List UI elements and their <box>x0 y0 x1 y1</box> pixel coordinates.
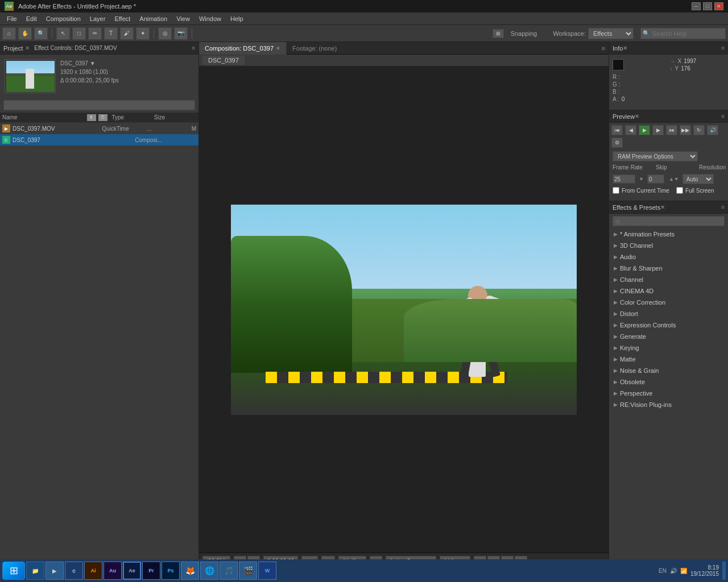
effect-item-generate[interactable]: ▶Generate <box>609 331 728 342</box>
project-search-area <box>0 98 198 113</box>
effect-item-keying[interactable]: ▶Keying <box>609 342 728 354</box>
menubar: File Edit Composition Layer Effect Anima… <box>0 13 728 25</box>
effects-panel-header: Effects & Presets ✕ ≡ <box>609 201 728 214</box>
minimize-btn[interactable]: ─ <box>692 2 701 10</box>
comp-tab-active[interactable]: Composition: DSC_0397 ✕ <box>199 42 287 55</box>
info-x-row: → X 1997 <box>670 58 725 64</box>
menu-animation[interactable]: Animation <box>135 14 172 23</box>
thumbnail-image <box>5 59 56 93</box>
effect-item-expressioncontrols[interactable]: ▶Expression Controls <box>609 319 728 331</box>
full-screen-checkbox[interactable] <box>676 187 683 194</box>
effect-item-revisionplugins[interactable]: ▶RE:Vision Plug-ins <box>609 399 728 410</box>
taskbar-network-icon[interactable]: 📶 <box>680 568 687 574</box>
menu-effect[interactable]: Effect <box>110 14 135 23</box>
loop-btn[interactable]: ↻ <box>693 125 705 135</box>
clone-btn[interactable]: ✦ <box>136 27 150 40</box>
rect-btn[interactable]: □ <box>72 27 86 40</box>
effects-search-area <box>609 214 728 228</box>
panel-menu-btn[interactable]: ≡ <box>192 45 195 51</box>
settings-btn[interactable]: ⚙ <box>611 138 623 148</box>
first-frame-btn[interactable]: ⏮ <box>611 125 623 135</box>
brush-btn[interactable]: 🖌 <box>120 27 134 40</box>
anchor-btn[interactable]: ◎ <box>158 27 172 40</box>
close-btn[interactable]: ✕ <box>714 2 723 10</box>
play-btn[interactable]: ▶ <box>639 125 650 135</box>
taskbar-ps-btn[interactable]: Ps <box>162 562 180 580</box>
ie-icon: e <box>72 568 76 574</box>
step-back-btn[interactable]: ◀ <box>625 125 636 135</box>
menu-view[interactable]: View <box>172 14 195 23</box>
effect-item-matte[interactable]: ▶Matte <box>609 354 728 365</box>
effect-item-blursharpen[interactable]: ▶Blur & Sharpen <box>609 263 728 274</box>
ram-preview-dropdown[interactable]: RAM Preview Options <box>613 151 698 161</box>
panel-options-btn[interactable]: ≡ <box>598 45 609 52</box>
thumbnail-info: DSC_0397 ▼ 1920 x 1080 (1,00) Δ 0:00:08:… <box>60 59 119 85</box>
comp-tab-close[interactable]: ✕ <box>276 45 280 51</box>
frame-rate-input[interactable] <box>613 174 635 184</box>
effect-item-perspective[interactable]: ▶Perspective <box>609 388 728 399</box>
select-btn[interactable]: ↖ <box>56 27 70 40</box>
from-current-checkbox[interactable] <box>613 187 619 194</box>
taskbar-itunes-btn[interactable]: 🎵 <box>220 562 238 580</box>
show-desktop-btn[interactable] <box>722 562 726 580</box>
effect-item-3dchannel[interactable]: ▶3D Channel <box>609 240 728 251</box>
taskbar-chrome-btn[interactable]: 🌐 <box>200 562 218 580</box>
effect-item-cinema4d[interactable]: ▶CINEMA 4D <box>609 285 728 297</box>
taskbar-media-btn[interactable]: ▶ <box>46 562 64 580</box>
search-input[interactable] <box>640 28 726 39</box>
effect-item-distort[interactable]: ▶Distort <box>609 308 728 319</box>
text-btn[interactable]: T <box>104 27 118 40</box>
taskbar-firefox-btn[interactable]: 🦊 <box>181 562 199 580</box>
effect-item-audio[interactable]: ▶Audio <box>609 251 728 263</box>
taskbar-ae-btn[interactable]: Ae <box>123 562 141 580</box>
effect-item-noisegrain[interactable]: ▶Noise & Grain <box>609 365 728 376</box>
resolution-dropdown[interactable]: Auto <box>682 174 714 184</box>
media-icon: ▶ <box>52 568 57 574</box>
taskbar-start-btn[interactable]: ⊞ <box>2 562 25 580</box>
effects-panel-menu[interactable]: ≡ <box>721 204 725 210</box>
step-fwd-btn[interactable]: ▶ <box>652 125 664 135</box>
comp-name-tab[interactable]: DSC_0397 <box>202 56 245 65</box>
taskbar-ae-audio-btn[interactable]: Au <box>104 562 122 580</box>
menu-edit[interactable]: Edit <box>22 14 42 23</box>
home-btn[interactable]: ⌂ <box>2 27 16 40</box>
menu-composition[interactable]: Composition <box>42 14 85 23</box>
effect-item-obsolete[interactable]: ▶Obsolete <box>609 376 728 388</box>
effect-item-colorcorrection[interactable]: ▶Color Correction <box>609 297 728 308</box>
taskbar-wmplayer-btn[interactable]: 🎬 <box>239 562 257 580</box>
ram-play-btn[interactable]: ▶▶ <box>680 125 691 135</box>
effects-search-input[interactable] <box>613 216 725 226</box>
pen-btn[interactable]: ✏ <box>88 27 102 40</box>
taskbar-ie-btn[interactable]: e <box>65 562 83 580</box>
menu-window[interactable]: Window <box>195 14 226 23</box>
maximize-btn[interactable]: □ <box>703 2 712 10</box>
fps-dropdown-arrow[interactable]: ▼ <box>639 176 644 182</box>
project-row-1[interactable]: C DSC_0397 Composi... <box>0 134 198 146</box>
skip-input[interactable] <box>647 174 664 184</box>
taskbar-ai-btn[interactable]: Ai <box>84 562 102 580</box>
effect-arrow: ▶ <box>614 311 618 317</box>
preview-panel-close[interactable]: ✕ <box>635 113 639 119</box>
taskbar-word-btn[interactable]: W <box>258 562 276 580</box>
preview-panel-menu[interactable]: ≡ <box>721 113 725 119</box>
audio-btn[interactable]: 🔊 <box>707 125 718 135</box>
project-row-0[interactable]: ▶ DSC_0397.MOV QuickTime ... M <box>0 123 198 134</box>
project-search-input[interactable] <box>3 100 195 110</box>
last-frame-btn[interactable]: ⏭ <box>666 125 677 135</box>
menu-layer[interactable]: Layer <box>85 14 110 23</box>
info-panel-menu[interactable]: ≡ <box>721 45 725 51</box>
workspace-dropdown[interactable]: Effects <box>588 28 634 39</box>
hand-btn[interactable]: ✋ <box>18 27 32 40</box>
effects-panel-close[interactable]: ✕ <box>660 204 665 210</box>
menu-file[interactable]: File <box>2 14 22 23</box>
effect-item-channel[interactable]: ▶Channel <box>609 274 728 285</box>
zoom-btn[interactable]: 🔍 <box>34 27 48 40</box>
camera-btn[interactable]: 📷 <box>174 27 188 40</box>
effect-item-animationpresets[interactable]: ▶* Animation Presets <box>609 228 728 240</box>
taskbar-volume-icon[interactable]: 🔊 <box>670 568 677 574</box>
menu-help[interactable]: Help <box>226 14 248 23</box>
info-panel-close[interactable]: ✕ <box>623 45 627 51</box>
taskbar-explorer-btn[interactable]: 📁 <box>26 562 44 580</box>
footage-tab[interactable]: Footage: (none) <box>287 45 342 52</box>
taskbar-premiere-btn[interactable]: Pr <box>142 562 160 580</box>
